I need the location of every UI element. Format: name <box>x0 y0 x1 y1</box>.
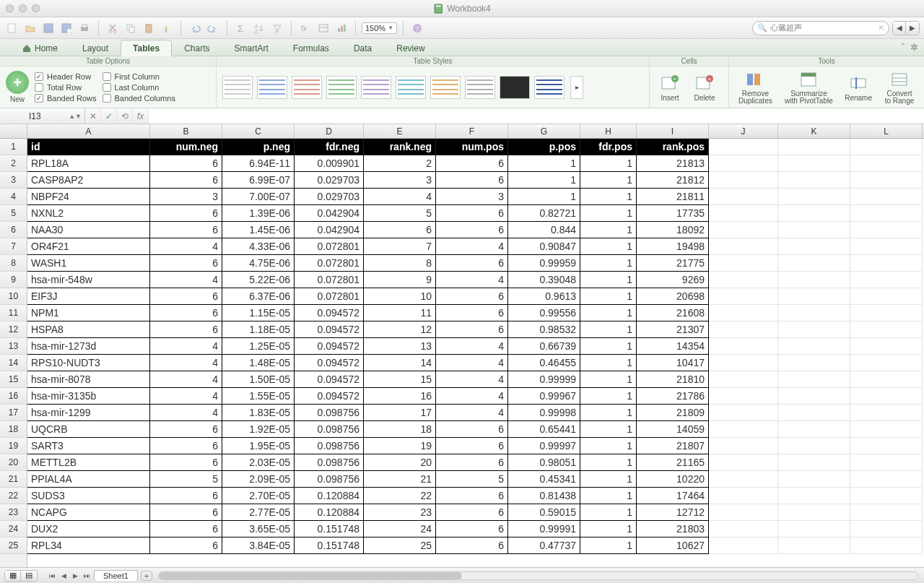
table-cell[interactable]: 5.22E-06 <box>222 272 295 288</box>
table-cell[interactable]: CASP8AP2 <box>27 172 150 189</box>
ribbon-tab-layout[interactable]: Layout <box>70 40 121 56</box>
table-cell[interactable]: 21786 <box>637 388 709 405</box>
table-cell[interactable]: 0.120884 <box>295 488 364 504</box>
table-header-cell[interactable]: fdr.pos <box>580 139 637 155</box>
remove-duplicates-button[interactable]: Remove Duplicates <box>735 69 776 105</box>
table-cell[interactable]: 0.094572 <box>295 355 364 371</box>
table-cell[interactable]: NPM1 <box>27 305 150 321</box>
cell[interactable] <box>778 272 850 288</box>
table-cell[interactable]: 0.072801 <box>295 288 364 305</box>
table-cell[interactable]: 0.59015 <box>508 504 580 521</box>
table-cell[interactable]: 1 <box>580 438 637 454</box>
cell[interactable] <box>778 238 850 255</box>
table-cell[interactable]: 0.072801 <box>295 272 364 288</box>
cell[interactable] <box>778 488 850 504</box>
table-cell[interactable]: 25 <box>364 537 436 554</box>
cell[interactable] <box>778 189 850 205</box>
table-style-swatch[interactable] <box>326 76 357 99</box>
table-cell[interactable]: 13 <box>364 338 436 355</box>
table-cell[interactable]: 0.844 <box>508 222 580 238</box>
table-style-swatch[interactable] <box>465 76 495 99</box>
chart-button[interactable] <box>334 20 349 36</box>
table-cell[interactable]: 1 <box>580 355 637 371</box>
clear-search-icon[interactable]: ✕ <box>878 23 884 33</box>
table-cell[interactable]: 6 <box>150 438 222 454</box>
cell[interactable] <box>709 222 778 238</box>
table-header-cell[interactable]: rank.pos <box>637 139 709 155</box>
column-header[interactable]: L <box>850 124 923 138</box>
table-cell[interactable]: 0.094572 <box>295 305 364 321</box>
banded-rows-checkbox[interactable]: ✓Banded Rows <box>35 94 97 103</box>
row-header[interactable]: 2 <box>0 155 27 172</box>
table-cell[interactable]: 2 <box>364 155 436 172</box>
sheet-first-button[interactable]: ⏮ <box>46 571 58 581</box>
cell[interactable] <box>850 388 923 405</box>
sort-button[interactable]: AZ <box>251 20 267 36</box>
cell[interactable] <box>850 488 923 504</box>
table-cell[interactable]: 20698 <box>637 288 709 305</box>
table-cell[interactable]: 1 <box>580 205 637 222</box>
table-cell[interactable]: NCAPG <box>27 504 150 521</box>
row-header[interactable]: 16 <box>0 388 27 405</box>
table-cell[interactable]: 0.042904 <box>295 205 364 222</box>
formula-input[interactable] <box>149 108 924 124</box>
table-cell[interactable]: 1 <box>580 288 637 305</box>
format-painter-button[interactable] <box>159 20 175 36</box>
table-header-cell[interactable]: num.neg <box>150 139 222 155</box>
cell[interactable] <box>778 521 850 537</box>
table-cell[interactable]: 6 <box>150 321 222 338</box>
table-cell[interactable]: 23 <box>364 504 436 521</box>
table-cell[interactable]: RPL34 <box>27 537 150 554</box>
table-cell[interactable]: 1 <box>508 155 580 172</box>
table-cell[interactable]: 20 <box>364 454 436 471</box>
cell[interactable] <box>778 388 850 405</box>
ribbon-tab-smartart[interactable]: SmartArt <box>222 40 281 56</box>
table-cell[interactable]: 6 <box>436 537 508 554</box>
column-header[interactable]: F <box>436 124 508 138</box>
table-cell[interactable]: 4 <box>150 405 222 421</box>
cell[interactable] <box>850 272 923 288</box>
table-cell[interactable]: 3 <box>150 189 222 205</box>
sheet-last-button[interactable]: ⏭ <box>81 571 92 581</box>
table-cell[interactable]: 6 <box>150 305 222 321</box>
cell[interactable] <box>778 139 850 155</box>
table-cell[interactable]: 24 <box>364 521 436 537</box>
table-cell[interactable]: 3.65E-05 <box>222 521 295 537</box>
table-header-cell[interactable]: fdr.neg <box>295 139 364 155</box>
cell[interactable] <box>778 438 850 454</box>
normal-view-button[interactable]: ▦ <box>5 571 21 581</box>
sheet-prev-button[interactable]: ◀ <box>58 571 69 581</box>
table-cell[interactable]: 4.33E-06 <box>222 238 295 255</box>
table-cell[interactable]: 17 <box>364 405 436 421</box>
table-cell[interactable]: 21 <box>364 471 436 488</box>
row-header[interactable]: 8 <box>0 255 27 272</box>
cell[interactable] <box>778 338 850 355</box>
table-cell[interactable]: 21608 <box>637 305 709 321</box>
cell[interactable] <box>850 537 923 554</box>
cell[interactable] <box>709 172 778 189</box>
table-cell[interactable]: 2.09E-05 <box>222 471 295 488</box>
table-cell[interactable]: 0.151748 <box>295 537 364 554</box>
table-cell[interactable]: 4 <box>436 371 508 388</box>
convert-to-range-button[interactable]: Convert to Range <box>881 69 918 105</box>
table-cell[interactable]: SUDS3 <box>27 488 150 504</box>
table-styles-gallery[interactable] <box>222 76 565 99</box>
table-cell[interactable]: 12712 <box>637 504 709 521</box>
last-column-checkbox[interactable]: Last Column <box>103 83 175 92</box>
cell[interactable] <box>850 205 923 222</box>
close-window-button[interactable] <box>6 4 14 12</box>
print-button[interactable] <box>77 20 92 36</box>
table-cell[interactable]: 6 <box>364 222 436 238</box>
cell[interactable] <box>709 155 778 172</box>
column-header[interactable]: I <box>637 124 709 138</box>
table-cell[interactable]: 0.072801 <box>295 238 364 255</box>
table-cell[interactable]: 21307 <box>637 321 709 338</box>
row-header[interactable]: 21 <box>0 471 27 488</box>
cell[interactable] <box>850 471 923 488</box>
cell[interactable] <box>709 471 778 488</box>
cell[interactable] <box>778 155 850 172</box>
table-cell[interactable]: 3 <box>436 189 508 205</box>
ribbon-tab-tables[interactable]: Tables <box>121 40 172 56</box>
table-cell[interactable]: 0.66739 <box>508 338 580 355</box>
table-cell[interactable]: 1.48E-05 <box>222 355 295 371</box>
